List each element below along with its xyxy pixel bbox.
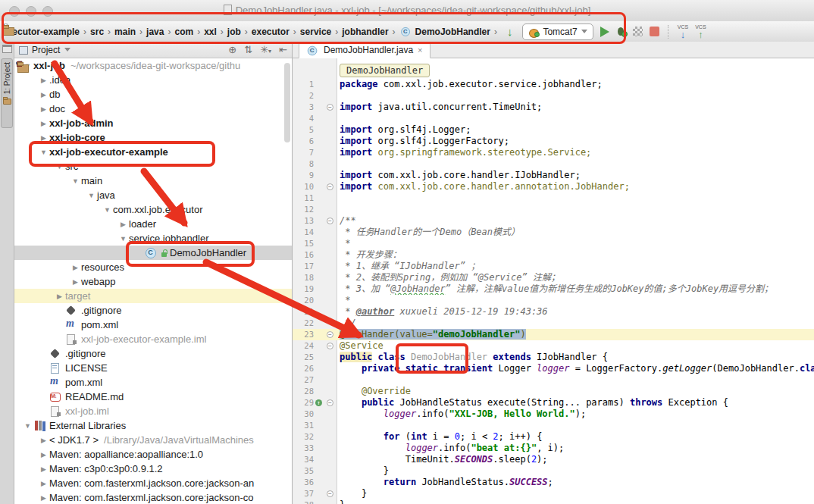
tree-item-maven-aopalliance-aopalliance-1-0[interactable]: ▶Maven: aopalliance:aopalliance:1.0 <box>14 447 292 462</box>
breadcrumb-item[interactable]: jobhandler <box>342 27 388 37</box>
code-area[interactable]: 1package com.xxl.job.executor.service.jo… <box>293 79 814 504</box>
collapse-all-icon[interactable]: ⇅ <box>244 44 252 55</box>
breadcrumb-item[interactable]: src <box>90 27 104 37</box>
code-line-14[interactable]: 14 * 任务Handler的一个Demo（Bean模式） <box>293 227 814 238</box>
chevron-expanded-icon[interactable]: ▼ <box>102 206 113 214</box>
code-line-35[interactable]: 35 } <box>293 465 814 477</box>
breadcrumb-item[interactable]: java <box>146 27 164 37</box>
code-line-31[interactable]: 31 <box>293 420 814 431</box>
tree-item-com-xxl-job-executor[interactable]: ▼com.xxl.job.executor <box>14 202 292 217</box>
code-line-5[interactable]: 5import org.slf4j.Logger; <box>293 124 814 136</box>
run-button[interactable] <box>600 27 609 37</box>
tree-item-xxl-job[interactable]: ▼xxl-job~/workspaces/idea-git-workspace/… <box>14 58 292 73</box>
code-line-16[interactable]: 16 * 开发步骤： <box>293 249 814 261</box>
code-line-34[interactable]: 34 TimeUnit.SECONDS.sleep(2); <box>293 454 814 465</box>
chevron-expanded-icon[interactable]: ▼ <box>54 163 65 171</box>
breadcrumb-item[interactable]: executor <box>252 27 290 37</box>
chevron-expanded-icon[interactable]: ▼ <box>70 177 81 185</box>
breadcrumb-item[interactable]: service <box>300 27 331 37</box>
coverage-button[interactable] <box>633 27 643 36</box>
tree-item-demojobhandler[interactable]: DemoJobHandler <box>14 246 292 260</box>
code-line-38[interactable]: 38} <box>293 499 814 504</box>
tree-item-maven-com-fasterxml-jackson-core-jackson-co[interactable]: ▶Maven: com.fasterxml.jackson.core:jacks… <box>14 490 292 504</box>
chevron-collapsed-icon[interactable]: ▶ <box>38 437 49 444</box>
chevron-collapsed-icon[interactable]: ▶ <box>38 77 49 84</box>
chevron-expanded-icon[interactable]: ▼ <box>38 149 49 156</box>
close-tab-icon[interactable]: × <box>418 45 422 55</box>
tree-item-readme-md[interactable]: README.md <box>14 390 292 404</box>
code-line-12[interactable]: 12 <box>293 204 814 215</box>
debug-button[interactable] <box>616 27 626 36</box>
tree-scrollbar[interactable] <box>284 63 290 142</box>
code-line-15[interactable]: 15 * <box>293 238 814 249</box>
code-line-7[interactable]: 7import org.springframework.stereotype.S… <box>293 147 814 158</box>
code-line-21[interactable]: 21 * @author xuxueli 2015-12-19 19:43:36 <box>293 306 814 318</box>
override-method-icon[interactable]: ↑ <box>315 399 322 406</box>
code-line-6[interactable]: 6import org.slf4j.LoggerFactory; <box>293 136 814 147</box>
tree-item-service-jobhandler[interactable]: ▼service.jobhandler <box>14 231 292 246</box>
editor-tab[interactable]: DemoJobHandler.java × <box>299 42 430 58</box>
chevron-expanded-icon[interactable]: ▼ <box>22 422 33 430</box>
breadcrumb-item[interactable]: DemoJobHandler <box>399 26 490 37</box>
chevron-collapsed-icon[interactable]: ▶ <box>38 451 49 459</box>
code-line-27[interactable]: 27 <box>293 374 814 386</box>
breadcrumb-item[interactable]: main <box>114 27 136 37</box>
code-line-26[interactable]: 26 private static transient Logger logge… <box>293 363 814 374</box>
chevron-down-icon[interactable] <box>64 48 70 52</box>
chevron-collapsed-icon[interactable]: ▶ <box>38 134 49 142</box>
chevron-collapsed-icon[interactable]: ▶ <box>54 293 65 300</box>
fold-marker-icon[interactable]: − <box>327 343 333 349</box>
tree-item-xxl-job-iml[interactable]: xxl-job.iml <box>14 404 292 418</box>
code-line-11[interactable]: 11 <box>293 193 814 204</box>
chevron-collapsed-icon[interactable]: ▶ <box>38 465 49 473</box>
chevron-collapsed-icon[interactable]: ▶ <box>38 480 49 487</box>
code-line-32[interactable]: 32 for (int i = 0; i < 2; i++) { <box>293 431 814 443</box>
code-line-37[interactable]: 37− } <box>293 488 814 499</box>
chevron-expanded-icon[interactable]: ▼ <box>117 235 129 243</box>
tree-item-maven-c3p0-c3p0-0-9-1-2[interactable]: ▶Maven: c3p0:c3p0:0.9.1.2 <box>14 462 292 476</box>
code-line-23[interactable]: 23−@JobHander(value="demoJobHandler") <box>293 329 814 340</box>
tree-item--gitignore[interactable]: .gitignore <box>14 346 292 361</box>
project-panel-title[interactable]: Project <box>32 45 60 55</box>
code-line-1[interactable]: 1package com.xxl.job.executor.service.jo… <box>293 79 814 90</box>
hide-panel-icon[interactable]: ⇤ <box>279 44 287 55</box>
window-layout-icon[interactable] <box>2 45 12 53</box>
tree-item-xxl-job-executor-example-iml[interactable]: xxl-job-executor-example.iml <box>14 332 292 346</box>
run-configuration-select[interactable]: Tomcat7 <box>522 23 593 40</box>
locate-file-icon[interactable]: ⊕ <box>228 44 236 55</box>
fold-marker-icon[interactable]: − <box>327 490 333 497</box>
editor-panel[interactable]: DemoJobHandler.java × DemoJobHandler 1pa… <box>293 42 814 504</box>
tree-item-src[interactable]: ▼src <box>14 159 292 174</box>
chevron-collapsed-icon[interactable]: ▶ <box>70 264 81 271</box>
code-line-36[interactable]: 36 return JobHandleStatus.SUCCESS; <box>293 477 814 488</box>
code-line-20[interactable]: 20 * <box>293 295 814 306</box>
code-line-10[interactable]: 10−import com.xxl.job.core.handler.annot… <box>293 181 814 193</box>
fold-marker-icon[interactable]: − <box>327 218 333 224</box>
code-line-13[interactable]: 13−/** <box>293 215 814 227</box>
tree-item--gitignore[interactable]: .gitignore <box>14 303 292 318</box>
tree-item--idea[interactable]: ▶.idea <box>14 73 292 87</box>
vcs-update-button[interactable]: VCS↓ <box>678 24 688 39</box>
navigate-down-icon[interactable]: ↓ <box>507 26 513 37</box>
tree-item-resources[interactable]: ▶resources <box>14 260 292 274</box>
fold-marker-icon[interactable]: − <box>327 183 333 190</box>
code-line-25[interactable]: 25public class DemoJobHandler extends IJ… <box>293 352 814 363</box>
tree-item-doc[interactable]: ▶doc <box>14 102 292 116</box>
tree-item-java[interactable]: ▼java <box>14 188 292 202</box>
breadcrumb-item[interactable]: com <box>174 27 193 37</box>
tree-item-target[interactable]: ▶target <box>14 289 292 303</box>
chevron-collapsed-icon[interactable]: ▶ <box>38 494 49 502</box>
tree-item-pom-xml[interactable]: pom.xml <box>14 375 292 390</box>
tree-item--jdk1-7-[interactable]: ▶< JDK1.7 >/Library/Java/JavaVirtualMach… <box>14 433 292 447</box>
intention-bulb-icon[interactable] <box>343 323 352 333</box>
chevron-expanded-icon[interactable]: ▼ <box>86 192 97 199</box>
tree-item-license[interactable]: LICENSE <box>14 361 292 375</box>
fold-marker-icon[interactable]: − <box>327 331 333 338</box>
code-line-8[interactable]: 8 <box>293 158 814 170</box>
code-line-33[interactable]: 33 logger.info("beat at:{}", i); <box>293 443 814 454</box>
code-line-18[interactable]: 18 * 2、装配到Spring，例如加 “@Service” 注解； <box>293 272 814 283</box>
settings-gear-icon[interactable]: ✳▾ <box>260 44 271 55</box>
fold-marker-icon[interactable]: − <box>327 104 333 111</box>
code-line-9[interactable]: 9import com.xxl.job.core.handler.IJobHan… <box>293 170 814 181</box>
tree-item-main[interactable]: ▼main <box>14 174 292 188</box>
